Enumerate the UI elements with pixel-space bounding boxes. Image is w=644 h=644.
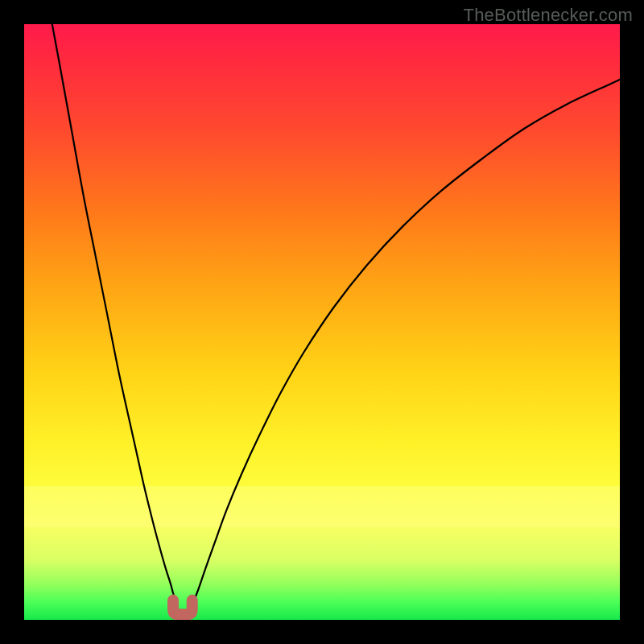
right-branch-curve xyxy=(188,80,620,613)
curve-layer xyxy=(24,24,620,620)
chart-frame: TheBottlenecker.com xyxy=(0,0,644,644)
watermark-label: TheBottlenecker.com xyxy=(464,5,633,26)
plot-area xyxy=(24,24,620,620)
cusp-marker xyxy=(173,601,192,615)
left-branch-curve xyxy=(52,24,180,613)
